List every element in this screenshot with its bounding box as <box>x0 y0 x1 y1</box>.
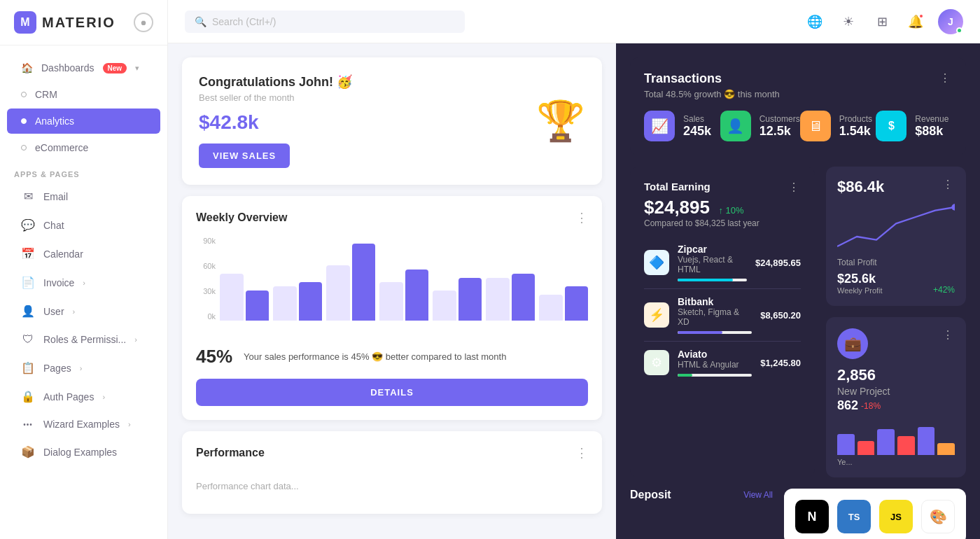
bitbank-logo: ⚡ <box>644 302 669 328</box>
performance-card: Performance ⋮ Performance chart data... <box>182 431 602 514</box>
sales-icon: 📈 <box>644 111 675 141</box>
performance-placeholder: Performance chart data... <box>196 472 588 500</box>
bar-group-5 <box>486 274 535 321</box>
notifications-icon[interactable]: 🔔 <box>904 10 927 33</box>
theme-icon[interactable]: ☀ <box>837 10 860 33</box>
sidebar-item-dashboards[interactable]: 🏠 Dashboards New ▾ <box>7 55 160 80</box>
sidebar-item-dialog[interactable]: 📦 Dialog Examples <box>7 438 160 465</box>
section-label-apps: APPS & PAGES <box>0 162 167 181</box>
sidebar-label-user: User <box>43 306 64 317</box>
aviato-amount: $1,245.80 <box>760 358 801 368</box>
avatar[interactable]: J <box>938 9 963 34</box>
products-label: Products <box>839 114 872 124</box>
chevron-down-icon: ▾ <box>135 64 139 73</box>
sidebar-nav: 🏠 Dashboards New ▾ CRM Analytics eCommer… <box>0 46 167 539</box>
revenue-label: Revenue <box>915 114 948 124</box>
transactions-card: Transactions Total 48.5% growth 😎 this m… <box>630 57 966 155</box>
stat-customers: 👤 Customers 12.5k <box>720 111 800 141</box>
transactions-menu-icon[interactable]: ⋮ <box>939 71 952 85</box>
sidebar-label-invoice: Invoice <box>43 277 74 288</box>
sidebar-label-dialog: Dialog Examples <box>43 447 117 458</box>
sidebar-item-user[interactable]: 👤 User › <box>7 298 160 325</box>
project-amount: 862 <box>837 398 858 413</box>
total-profit-card: $86.4k ⋮ Total Profit $25.6k Wee <box>826 167 966 306</box>
details-button[interactable]: DETAILS <box>196 379 588 406</box>
typescript-logo: TS <box>837 500 871 533</box>
deposit-view-all[interactable]: View All <box>743 490 773 500</box>
earning-item-aviato: ⚙ Aviato HTML & Angular $1,245.80 <box>644 342 801 384</box>
sidebar-item-auth[interactable]: 🔒 Auth Pages › <box>7 383 160 410</box>
new-project-card: 💼 ⋮ 2,856 New Project 862 -18% <box>826 317 966 477</box>
total-earning-card: Total Earning $24,895 ↑ 10% Compared to … <box>630 167 815 477</box>
profit-label: Total Profit <box>837 258 955 267</box>
left-panel: Congratulations John! 🥳 Best seller of t… <box>168 43 616 539</box>
performance-menu-icon[interactable]: ⋮ <box>575 445 588 461</box>
search-placeholder: Search (Ctrl+/) <box>212 16 276 27</box>
dot-icon <box>21 92 27 97</box>
earning-percent: ↑ 10% <box>718 205 743 216</box>
chevron-right-icon: › <box>83 279 85 287</box>
congrats-title: Congratulations John! 🥳 <box>199 74 352 90</box>
record-button[interactable]: ⏺ <box>134 13 153 32</box>
logo-text: MATERIO <box>42 15 115 31</box>
header: 🔍 Search (Ctrl+/) 🌐 ☀ ⊞ 🔔 J <box>168 0 980 43</box>
sidebar-item-ecommerce[interactable]: eCommerce <box>7 135 160 160</box>
main-area: 🔍 Search (Ctrl+/) 🌐 ☀ ⊞ 🔔 J Congratulati… <box>168 0 980 539</box>
sidebar-label-roles: Roles & Permissi... <box>43 334 126 345</box>
translate-icon[interactable]: 🌐 <box>804 10 826 33</box>
right-bottom-col: N TS JS 🎨 Withdraw <box>784 489 966 539</box>
logo-icon: M <box>14 11 36 34</box>
weekly-profit-pct: +42% <box>933 285 955 295</box>
profit-amount: $86.4k <box>837 178 884 196</box>
revenue-value: $88k <box>915 124 948 139</box>
search-bar[interactable]: 🔍 Search (Ctrl+/) <box>185 10 465 33</box>
profit-menu-icon[interactable]: ⋮ <box>942 178 955 191</box>
sidebar-item-crm[interactable]: CRM <box>7 82 160 107</box>
bar-group-2 <box>326 244 375 321</box>
revenue-icon: $ <box>876 111 906 141</box>
transactions-title: Transactions <box>644 71 780 86</box>
view-sales-button[interactable]: VIEW SALES <box>199 144 290 168</box>
zipcar-logo: 🔷 <box>644 250 669 275</box>
grid-icon[interactable]: ⊞ <box>871 10 893 33</box>
sidebar-item-analytics[interactable]: Analytics <box>7 108 160 134</box>
sidebar-label-analytics: Analytics <box>35 115 74 127</box>
bar-group-3 <box>379 270 428 321</box>
sidebar-item-roles[interactable]: 🛡 Roles & Permissi... › <box>7 326 160 353</box>
left-bottom-col: Deposit View All <box>630 489 773 539</box>
sidebar-item-invoice[interactable]: 📄 Invoice › <box>7 269 160 296</box>
project-menu-icon[interactable]: ⋮ <box>942 328 955 342</box>
chevron-right-icon: › <box>102 393 105 401</box>
bar-primary-3 <box>405 270 429 321</box>
weekly-menu-icon[interactable]: ⋮ <box>575 210 588 225</box>
earning-menu-icon[interactable]: ⋮ <box>788 181 801 194</box>
bar-secondary-2 <box>326 265 350 321</box>
project-pct: -18% <box>861 401 881 411</box>
sales-value: 245k <box>683 124 711 139</box>
bitbank-name: Bitbank <box>678 296 752 307</box>
sidebar-item-chat[interactable]: 💬 Chat <box>7 211 160 239</box>
shield-icon: 🛡 <box>21 333 35 346</box>
invoice-icon: 📄 <box>21 276 35 289</box>
sidebar-item-email[interactable]: ✉ Email <box>7 183 160 210</box>
transaction-stats: 📈 Sales 245k 👤 Customers 12.5k <box>644 111 952 141</box>
right-stats-col: $86.4k ⋮ Total Profit $25.6k Wee <box>826 167 966 477</box>
stat-products: 🖥 Products 1.54k <box>800 111 876 141</box>
figma-logo: 🎨 <box>921 500 955 533</box>
sidebar-item-wizard[interactable]: ••• Wizard Examples › <box>7 412 160 437</box>
zipcar-progress <box>678 279 733 281</box>
products-icon: 🖥 <box>800 111 831 141</box>
sales-label: Sales <box>683 114 711 124</box>
week-percent: 45% <box>196 346 232 368</box>
deposit-header: Deposit View All <box>630 489 773 501</box>
sidebar-item-calendar[interactable]: 📅 Calendar <box>7 240 160 267</box>
chat-icon: 💬 <box>21 218 35 232</box>
sidebar-item-pages[interactable]: 📋 Pages › <box>7 354 160 382</box>
congrats-card: Congratulations John! 🥳 Best seller of t… <box>182 57 602 185</box>
bar-secondary-4 <box>433 290 456 321</box>
bar-secondary-6 <box>539 295 563 321</box>
sidebar-label-ecommerce: eCommerce <box>35 142 88 153</box>
bar-primary-5 <box>512 274 536 321</box>
trophy-icon: 🏆 <box>536 98 585 144</box>
bar-secondary-1 <box>273 286 297 321</box>
